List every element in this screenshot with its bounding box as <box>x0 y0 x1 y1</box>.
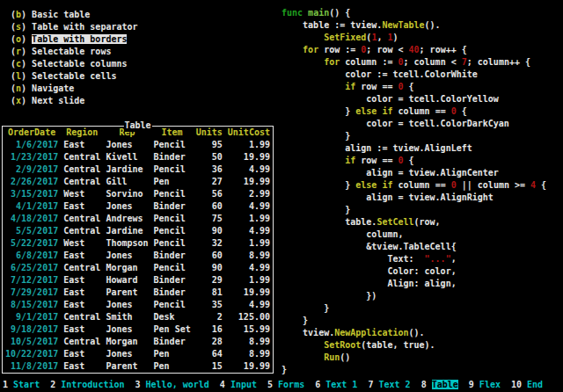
slide-tab-hello-world[interactable]: 3Hello, world <box>135 380 209 389</box>
slide-number: 7 <box>368 380 373 389</box>
table-cell: Pencil <box>154 213 191 225</box>
code-line: } <box>282 204 546 216</box>
code-token <box>282 352 324 362</box>
table-cell: 15 <box>196 360 223 373</box>
table-row: 4/18/2017CentralAndrewsPencil751.99 <box>3 213 273 225</box>
table-cell: 9/18/2017 <box>5 323 58 336</box>
code-token: tview. <box>282 328 334 338</box>
table-cell: 10/5/2017 <box>5 336 58 348</box>
code-token: "..." <box>425 254 451 264</box>
slide-tab-end[interactable]: 10End <box>511 380 543 389</box>
table-cell: 81 <box>196 287 223 299</box>
code-line: table := tview.NewTable(). <box>282 19 546 32</box>
table-cell: 1.99 <box>228 274 270 287</box>
slide-tab-input[interactable]: 4Input <box>220 380 257 389</box>
menu-item-label: Selectable cells <box>32 71 116 81</box>
slide-label: Input <box>230 380 257 389</box>
table-cell: Pen <box>154 348 191 360</box>
menu-item-table-with-borders[interactable]: (o) Table with borders <box>11 33 138 46</box>
table-cell: 2/26/2017 <box>5 176 58 188</box>
menu-item-basic-table[interactable]: (b) Basic table <box>11 9 138 21</box>
code-token: NewApplication <box>334 328 408 338</box>
code-line: func main() { <box>282 7 546 19</box>
code-token: func <box>282 8 308 18</box>
code-line: if row == 0 { <box>282 155 546 167</box>
slide-label: Hello, world <box>146 380 209 389</box>
menu-key-paren: ) <box>21 83 32 93</box>
code-token <box>282 57 324 67</box>
code-token: if <box>382 106 392 116</box>
code-token: (). <box>425 20 441 30</box>
menu-item-table-with-separator[interactable]: (s) Table with separator <box>11 21 138 33</box>
slide-label: Forms <box>278 380 304 389</box>
table-cell: 6/8/2017 <box>5 250 58 262</box>
slide-tab-start[interactable]: 1Start <box>3 380 40 389</box>
table-cell: 90 <box>196 225 223 237</box>
code-line: column, <box>282 229 546 241</box>
code-token: column == <box>392 106 450 116</box>
code-line: Color: color, <box>282 265 546 278</box>
table-row: 9/1/2017CentralSmithDesk2125.00 <box>3 311 273 323</box>
table-cell: Binder <box>154 151 191 163</box>
table-cell: East <box>63 250 100 262</box>
code-token <box>282 33 324 42</box>
code-token: align := tview.AlignLeft <box>282 143 472 153</box>
menu-item-selectable-cells[interactable]: (l) Selectable cells <box>11 70 138 83</box>
code-token: row == <box>355 156 398 165</box>
table-cell: 90 <box>196 262 223 274</box>
table-cell: Central <box>63 336 100 348</box>
code-token: table := tview. <box>282 20 382 30</box>
table-cell: 4.99 <box>228 262 270 274</box>
table-cell: Central <box>63 213 100 225</box>
slide-tab-introduction[interactable]: 2Introduction <box>50 380 124 389</box>
slide-tab-text-1[interactable]: 6Text 1 <box>315 380 357 389</box>
table-cell: 4/18/2017 <box>5 213 58 225</box>
table-cell: Pen <box>154 360 191 373</box>
menu-item-label: Table with borders <box>32 34 127 44</box>
code-token: } <box>282 316 308 325</box>
table-cell: Binder <box>154 336 191 348</box>
table-cell: Andrews <box>106 213 148 225</box>
menu-item-next-slide[interactable]: (x) Next slide <box>11 95 138 107</box>
table-row: 10/5/2017CentralMorganBinder288.99 <box>3 336 273 348</box>
terminal-screen: (b) Basic table(s) Table with separator(… <box>0 0 563 392</box>
code-token: if <box>345 156 355 165</box>
table-header-cell: Units <box>196 127 223 139</box>
table-row: 11/8/2017EastParentPen1519.99 <box>3 360 273 373</box>
code-token: table. <box>282 217 377 227</box>
table-row: 7/29/2017EastParentBinder8119.99 <box>3 287 273 299</box>
table-cell: Binder <box>154 287 191 299</box>
menu-item-selectable-columns[interactable]: (c) Selectable columns <box>11 58 138 70</box>
slide-tab-flex[interactable]: 9Flex <box>469 380 501 389</box>
slide-tab-text-2[interactable]: 7Text 2 <box>368 380 410 389</box>
code-token: } <box>282 303 329 313</box>
code-token: (). <box>409 328 425 338</box>
table-cell: Kivell <box>106 151 148 163</box>
code-line: SetRoot(table, true). <box>282 339 546 352</box>
code-token: { <box>404 156 414 165</box>
table-cell: Howard <box>106 274 148 287</box>
code-token: Color: color, <box>282 266 457 276</box>
table-cell: 2 <box>196 311 223 323</box>
code-token: else <box>355 180 377 190</box>
table-cell: Central <box>63 311 100 323</box>
table-row: 1/23/2017CentralKivellBinder5019.99 <box>3 151 273 163</box>
table-row: 10/22/2017EastJonesPen648.99 <box>3 348 273 360</box>
code-token: SetCell <box>377 217 413 227</box>
slide-tab-forms[interactable]: 5Forms <box>267 380 304 389</box>
code-token: SetFixed <box>324 33 366 42</box>
code-line: } else if column == 0 { <box>282 105 546 118</box>
slide-tab-table[interactable]: 8Table <box>421 380 458 389</box>
code-token: { <box>457 106 467 116</box>
table-cell: 56 <box>196 188 223 200</box>
code-token: Text: <box>282 254 425 264</box>
table-cell: 28 <box>196 336 223 348</box>
table-cell: Thompson <box>106 237 148 250</box>
table-cell: Jones <box>106 348 148 360</box>
table-cell: Central <box>63 151 100 163</box>
menu-item-selectable-rows[interactable]: (r) Selectable rows <box>11 46 138 58</box>
table-cell: 19.99 <box>228 151 270 163</box>
menu-item-navigate[interactable]: (n) Navigate <box>11 83 138 95</box>
slide-number: 2 <box>50 380 55 389</box>
code-token: } <box>282 365 287 374</box>
